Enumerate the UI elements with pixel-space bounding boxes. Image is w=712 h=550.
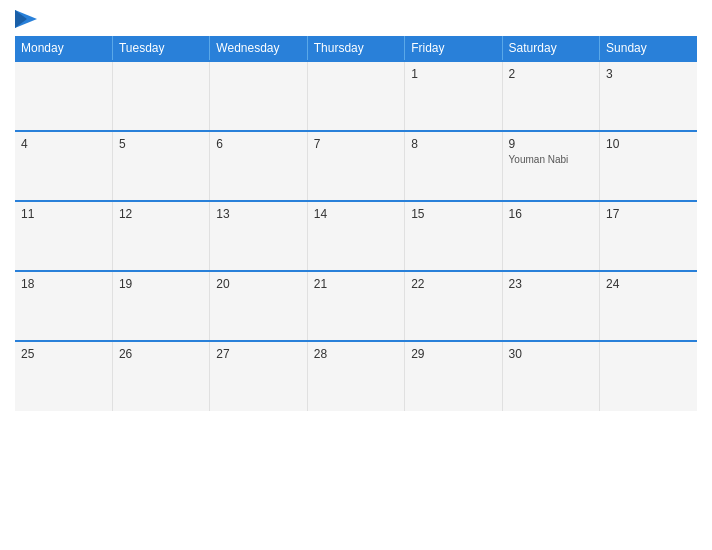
weekday-header-thursday: Thursday (307, 36, 404, 61)
logo-icon (15, 10, 37, 28)
event-label: Youman Nabi (509, 154, 593, 165)
calendar-cell: 17 (600, 201, 697, 271)
day-number: 10 (606, 137, 691, 151)
weekday-header-row: MondayTuesdayWednesdayThursdayFridaySatu… (15, 36, 697, 61)
day-number: 18 (21, 277, 106, 291)
calendar-cell: 29 (405, 341, 502, 411)
calendar-cell: 23 (502, 271, 599, 341)
calendar-cell: 8 (405, 131, 502, 201)
day-number: 12 (119, 207, 203, 221)
weekday-header-wednesday: Wednesday (210, 36, 307, 61)
calendar-cell: 24 (600, 271, 697, 341)
calendar-cell: 5 (112, 131, 209, 201)
day-number: 22 (411, 277, 495, 291)
calendar-cell: 16 (502, 201, 599, 271)
day-number: 8 (411, 137, 495, 151)
week-row-3: 18192021222324 (15, 271, 697, 341)
day-number: 1 (411, 67, 495, 81)
week-row-2: 11121314151617 (15, 201, 697, 271)
calendar-cell: 27 (210, 341, 307, 411)
calendar-cell: 2 (502, 61, 599, 131)
calendar-cell: 20 (210, 271, 307, 341)
calendar-cell (600, 341, 697, 411)
day-number: 21 (314, 277, 398, 291)
day-number: 19 (119, 277, 203, 291)
calendar-cell: 6 (210, 131, 307, 201)
calendar-table: MondayTuesdayWednesdayThursdayFridaySatu… (15, 36, 697, 411)
calendar-cell: 19 (112, 271, 209, 341)
day-number: 16 (509, 207, 593, 221)
day-number: 30 (509, 347, 593, 361)
calendar-cell: 22 (405, 271, 502, 341)
day-number: 20 (216, 277, 300, 291)
week-row-0: 123 (15, 61, 697, 131)
weekday-header-monday: Monday (15, 36, 112, 61)
day-number: 5 (119, 137, 203, 151)
header (15, 10, 697, 28)
week-row-4: 252627282930 (15, 341, 697, 411)
calendar-cell: 10 (600, 131, 697, 201)
day-number: 9 (509, 137, 593, 151)
calendar-cell: 26 (112, 341, 209, 411)
day-number: 23 (509, 277, 593, 291)
day-number: 26 (119, 347, 203, 361)
calendar-cell: 9Youman Nabi (502, 131, 599, 201)
day-number: 29 (411, 347, 495, 361)
calendar-page: MondayTuesdayWednesdayThursdayFridaySatu… (0, 0, 712, 550)
weekday-header-friday: Friday (405, 36, 502, 61)
calendar-cell: 1 (405, 61, 502, 131)
calendar-cell: 12 (112, 201, 209, 271)
day-number: 7 (314, 137, 398, 151)
calendar-cell (210, 61, 307, 131)
day-number: 3 (606, 67, 691, 81)
weekday-header-tuesday: Tuesday (112, 36, 209, 61)
day-number: 28 (314, 347, 398, 361)
weekday-header-saturday: Saturday (502, 36, 599, 61)
calendar-cell: 15 (405, 201, 502, 271)
week-row-1: 456789Youman Nabi10 (15, 131, 697, 201)
calendar-cell: 13 (210, 201, 307, 271)
calendar-cell (307, 61, 404, 131)
calendar-cell: 14 (307, 201, 404, 271)
calendar-cell: 18 (15, 271, 112, 341)
calendar-cell: 28 (307, 341, 404, 411)
calendar-cell (112, 61, 209, 131)
day-number: 13 (216, 207, 300, 221)
day-number: 11 (21, 207, 106, 221)
day-number: 15 (411, 207, 495, 221)
logo (15, 10, 43, 28)
calendar-cell: 7 (307, 131, 404, 201)
day-number: 25 (21, 347, 106, 361)
calendar-cell: 25 (15, 341, 112, 411)
day-number: 4 (21, 137, 106, 151)
calendar-cell: 30 (502, 341, 599, 411)
day-number: 27 (216, 347, 300, 361)
day-number: 14 (314, 207, 398, 221)
day-number: 24 (606, 277, 691, 291)
day-number: 6 (216, 137, 300, 151)
calendar-cell: 11 (15, 201, 112, 271)
calendar-cell: 4 (15, 131, 112, 201)
weekday-header-sunday: Sunday (600, 36, 697, 61)
calendar-cell (15, 61, 112, 131)
calendar-cell: 21 (307, 271, 404, 341)
day-number: 17 (606, 207, 691, 221)
day-number: 2 (509, 67, 593, 81)
calendar-cell: 3 (600, 61, 697, 131)
